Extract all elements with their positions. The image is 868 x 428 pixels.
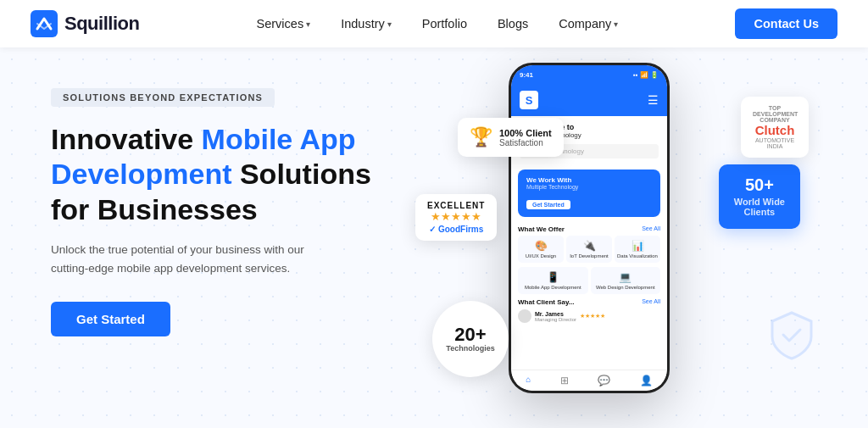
navbar: Squillion Services ▾ Industry ▾ Portfoli… [0, 0, 868, 47]
phone-icons: ▪▪ 📶 🔋 [633, 71, 659, 79]
offer-see-all: See All [642, 225, 660, 233]
clutch-badge: TOPDEVELOPMENTCOMPANY Clutch AUTOMOTIVEI… [741, 97, 809, 158]
nav-link-services[interactable]: Services ▾ [243, 10, 325, 37]
nav-link-portfolio[interactable]: Portfolio [409, 10, 481, 37]
home-icon: ⌂ [526, 375, 531, 386]
service-item-mobile: 📱 Mobile App Development [518, 267, 588, 294]
contact-us-button[interactable]: Contact Us [735, 8, 837, 39]
logo-link[interactable]: Squillion [31, 10, 139, 37]
web-icon: 💻 [593, 271, 659, 283]
nav-links: Services ▾ Industry ▾ Portfolio Blogs Co… [243, 10, 632, 37]
nav-item-company[interactable]: Company ▾ [545, 10, 632, 37]
chevron-down-icon: ▾ [614, 19, 618, 29]
chevron-down-icon: ▾ [387, 19, 392, 29]
goodfirms-excellent: EXCELLENT [427, 201, 485, 210]
technologies-badge: 20+ Technologies [432, 301, 509, 377]
phone-header: S ☰ [511, 84, 667, 116]
nav-item-blogs[interactable]: Blogs [484, 10, 542, 37]
client-item: Mr. James Managing Director ★★★★★ [518, 309, 660, 323]
phone-client-section: What Client Say... See All Mr. James Man… [511, 298, 667, 323]
service-item-web: 💻 Web Design Development [591, 267, 661, 294]
client-header: What Client Say... See All [518, 298, 660, 306]
mobile-icon: 📱 [520, 271, 586, 283]
mobile-label: Mobile App Development [520, 285, 586, 290]
hero-section: SOLUTIONS BEYOND EXPECTATIONS Innovative… [0, 47, 868, 428]
client-avatar [518, 309, 531, 323]
grid-icon: ⊞ [560, 375, 569, 386]
nav-link-blogs[interactable]: Blogs [484, 10, 542, 37]
clutch-name: Clutch [753, 123, 797, 137]
technologies-number: 20+ [454, 325, 486, 344]
clutch-sub: AUTOMOTIVEINDIA [753, 137, 797, 149]
shield-icon [771, 311, 813, 360]
client-info: Mr. James Managing Director [535, 311, 576, 322]
clients-label: World WideClients [734, 197, 785, 217]
satisfaction-label: Satisfaction [499, 138, 552, 147]
headline-pre: Innovative [51, 123, 202, 155]
service-item-iot: 🔌 IoT Development [566, 236, 612, 263]
client-stars: ★★★★★ [580, 313, 605, 320]
user-icon: 👤 [640, 375, 653, 386]
phone-logo: S [520, 91, 538, 109]
goodfirms-badge: EXCELLENT ★★★★★ ✓ GoodFirms [415, 194, 497, 241]
nav-link-industry[interactable]: Industry ▾ [327, 10, 405, 37]
data-icon: 📊 [617, 240, 658, 252]
goodfirms-stars: ★★★★★ [427, 210, 485, 223]
phone-mockup: 9:41 ▪▪ 📶 🔋 S ☰ Hi, Welcome to Squillion… [509, 63, 670, 393]
satisfaction-icon: 🏆 [470, 126, 492, 148]
satisfaction-badge: 🏆 100% Client Satisfaction [458, 118, 564, 157]
logo-icon [31, 10, 58, 37]
hamburger-icon: ☰ [648, 93, 659, 107]
goodfirms-logo: ✓ GoodFirms [427, 225, 485, 234]
client-name: Mr. James [535, 311, 576, 317]
iot-icon: 🔌 [569, 240, 609, 252]
client-see-all: See All [642, 298, 660, 306]
nav-item-portfolio[interactable]: Portfolio [409, 10, 481, 37]
phone-services-grid-bottom: 📱 Mobile App Development 💻 Web Design De… [511, 267, 667, 298]
phone-blue-card: We Work With Multiple Technology Get Sta… [518, 170, 660, 217]
service-item-uiux: 🎨 UI/UX Design [518, 236, 564, 263]
blue-card-title: We Work With [526, 176, 652, 184]
web-label: Web Design Development [593, 285, 659, 290]
logo-text: Squillion [64, 13, 139, 35]
chat-icon: 💬 [598, 375, 610, 386]
data-label: Data Visualization [617, 253, 658, 258]
tagline-badge: SOLUTIONS BEYOND EXPECTATIONS [51, 88, 275, 107]
blue-card-sub: Multiple Technology [526, 184, 652, 190]
get-started-button[interactable]: Get Started [51, 302, 170, 336]
clients-badge: 50+ World WideClients [719, 164, 800, 229]
phone-services-grid-top: 🎨 UI/UX Design 🔌 IoT Development 📊 Data … [511, 236, 667, 267]
phone-screen: 9:41 ▪▪ 📶 🔋 S ☰ Hi, Welcome to Squillion… [511, 65, 667, 391]
client-title: What Client Say... [518, 298, 575, 306]
phone-time: 9:41 [520, 71, 533, 79]
uiux-label: UI/UX Design [520, 253, 561, 258]
satisfaction-number: 100% Client [499, 128, 552, 138]
nav-item-industry[interactable]: Industry ▾ [327, 10, 405, 37]
clutch-top-dev: TOPDEVELOPMENTCOMPANY [753, 105, 797, 123]
offer-title: What We Offer [518, 225, 565, 233]
client-role: Managing Director [535, 317, 576, 322]
phone-offer-header: What We Offer See All [511, 221, 667, 236]
nav-item-services[interactable]: Services ▾ [243, 10, 325, 37]
uiux-icon: 🎨 [520, 240, 561, 252]
service-item-data: 📊 Data Visualization [615, 236, 660, 263]
phone-bottom-nav: ⌂ ⊞ 💬 👤 [511, 370, 667, 391]
iot-label: IoT Development [569, 253, 609, 258]
clients-number: 50+ [734, 176, 785, 193]
chevron-down-icon: ▾ [306, 19, 310, 29]
nav-link-company[interactable]: Company ▾ [545, 10, 632, 37]
hero-description: Unlock the true potential of your busine… [51, 241, 339, 277]
svg-rect-0 [31, 10, 58, 37]
hero-headline: Innovative Mobile App Development Soluti… [51, 122, 407, 227]
technologies-label: Technologies [446, 344, 494, 353]
hero-left-content: SOLUTIONS BEYOND EXPECTATIONS Innovative… [51, 71, 407, 336]
hero-right-content: 🏆 100% Client Satisfaction EXCELLENT ★★★… [407, 71, 817, 428]
phone-get-started-button[interactable]: Get Started [526, 200, 570, 209]
phone-status-bar: 9:41 ▪▪ 📶 🔋 [511, 65, 667, 84]
